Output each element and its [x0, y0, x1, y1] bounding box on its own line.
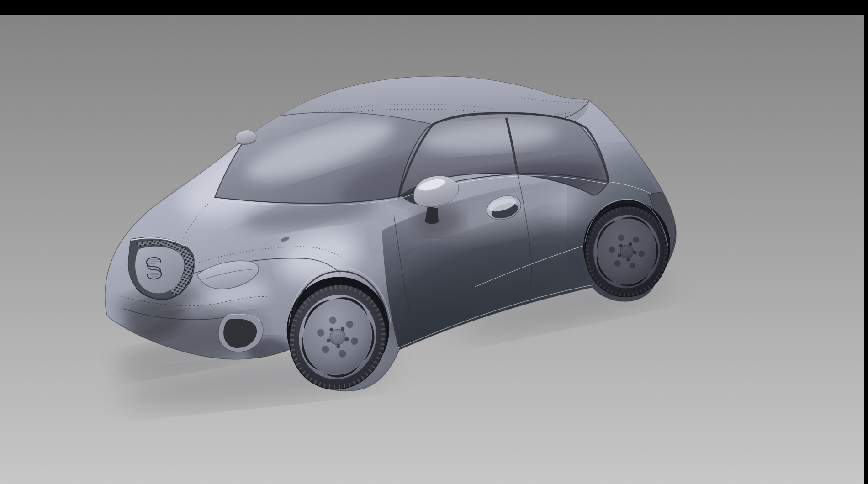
application-window	[0, 0, 868, 484]
top-letterbox-bar	[0, 0, 868, 15]
grille[interactable]	[128, 237, 195, 300]
car-render-svg	[0, 0, 868, 484]
far-side-mirror[interactable]	[236, 130, 256, 145]
right-letterbox-bar	[864, 0, 868, 484]
